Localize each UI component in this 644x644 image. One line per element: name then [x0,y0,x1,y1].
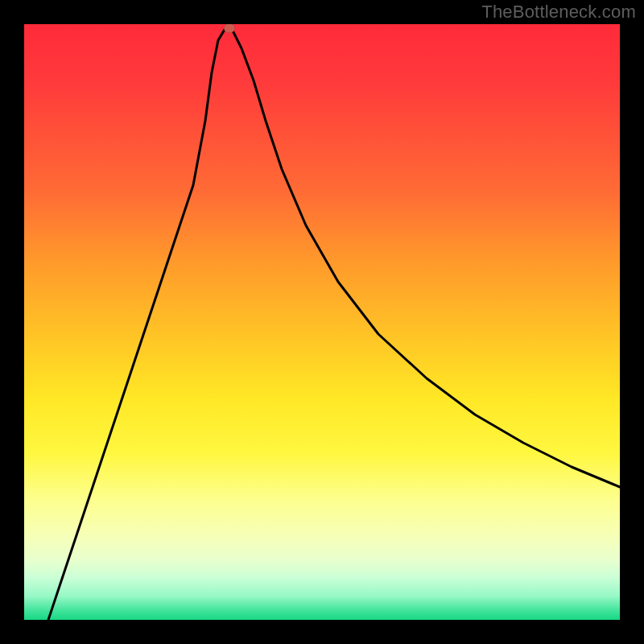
plot-area [24,24,620,620]
bottleneck-curve [24,24,620,620]
watermark-text: TheBottleneck.com [481,2,636,23]
chart-frame: TheBottleneck.com [0,0,644,644]
